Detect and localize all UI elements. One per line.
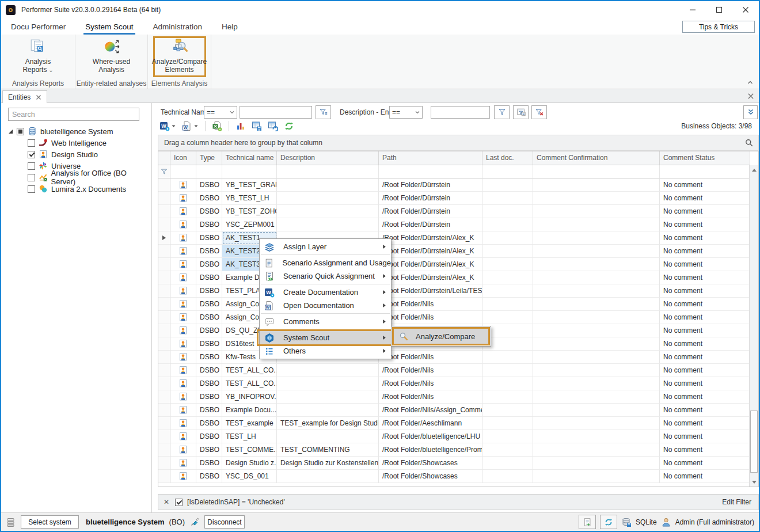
column-header-comment-status[interactable]: Comment Status [660, 151, 750, 165]
cell-description[interactable] [277, 470, 379, 483]
tab-entities[interactable]: Entities [2, 90, 47, 103]
cell-type[interactable]: DSBO [196, 311, 222, 324]
cell-comment-confirmation[interactable] [533, 271, 660, 284]
cell-last-doc[interactable] [482, 351, 533, 364]
cell-comment-status[interactable]: No comment [660, 390, 750, 404]
tree-checkbox-lumira-2-x-documents[interactable] [28, 185, 35, 193]
cell-path[interactable]: /Root Folder/Aeschlimann [379, 417, 482, 430]
cell-last-doc[interactable] [482, 470, 533, 483]
cell-path[interactable]: /Root Folder/Dürrstein/Alex_K [379, 271, 482, 284]
cell-technical-name[interactable]: YB_TEST_ZOHO [222, 205, 277, 218]
tab-close-icon[interactable] [36, 94, 41, 100]
cell-comment-confirmation[interactable] [533, 417, 660, 430]
cell-technical-name[interactable]: YB_TEST_LH [222, 192, 277, 205]
vertical-scrollbar[interactable] [749, 165, 758, 487]
cell-last-doc[interactable] [482, 298, 533, 311]
tree-item-web-intelligence[interactable]: Web Intelligence [1, 137, 150, 149]
tree-checkbox-universe[interactable] [28, 162, 35, 170]
row-indicator-cell[interactable] [158, 284, 170, 298]
cell-icon[interactable] [170, 457, 196, 470]
search-icon[interactable] [744, 138, 754, 147]
cell-path[interactable]: /Root Folder/Showcases [379, 470, 482, 483]
cell-path[interactable]: /Root Folder/Dürrstein/Alex_K [379, 258, 482, 271]
cell-icon[interactable] [170, 364, 196, 377]
cell-last-doc[interactable] [482, 271, 533, 284]
cell-path[interactable]: /Root Folder/Dürrstein/Leila/TEST ... [379, 284, 482, 298]
row-indicator-cell[interactable] [158, 443, 170, 457]
menu-tab-help[interactable]: Help [212, 18, 248, 35]
row-indicator-cell[interactable] [158, 430, 170, 443]
cell-description[interactable]: TEST_example for Design Studio [277, 417, 379, 430]
context-menu-item-others[interactable]: Others [260, 344, 391, 358]
cell-last-doc[interactable] [482, 390, 533, 404]
cell-last-doc[interactable] [482, 284, 533, 298]
cell-icon[interactable] [170, 218, 196, 231]
cell-technical-name[interactable]: YB_TEST_GRAPH [222, 178, 277, 192]
cell-comment-confirmation[interactable] [533, 218, 660, 231]
disconnect-button[interactable]: Disconnect [204, 515, 245, 529]
cell-type[interactable]: DSBO [196, 377, 222, 390]
context-menu-item-comments[interactable]: Comments [260, 315, 391, 328]
cell-technical-name[interactable]: YB_INFOPROV... [222, 390, 277, 404]
cell-path[interactable]: /Root Folder/Nils [379, 311, 482, 324]
cell-icon[interactable] [170, 245, 196, 258]
cell-comment-status[interactable]: No comment [660, 231, 750, 245]
row-indicator-cell[interactable] [158, 271, 170, 284]
row-indicator-cell[interactable] [158, 231, 170, 245]
filter-window-button[interactable] [513, 105, 529, 119]
cell-technical-name[interactable]: TEST_COMME... [222, 443, 277, 457]
cell-path[interactable]: /Root Folder/Nils [379, 390, 482, 404]
cell-last-doc[interactable] [482, 364, 533, 377]
tree-checkbox-bluetelligence-system[interactable] [17, 128, 24, 135]
tree-item-analysis-for-office-bo-server[interactable]: Analysis for Office (BO Server) [1, 172, 150, 183]
cell-comment-status[interactable]: No comment [660, 443, 750, 457]
cell-comment-status[interactable]: No comment [660, 298, 750, 311]
filter-cell[interactable] [379, 165, 482, 178]
cell-comment-confirmation[interactable] [533, 457, 660, 470]
menu-tab-administration[interactable]: Administration [143, 18, 212, 35]
cell-icon[interactable] [170, 311, 196, 324]
cell-technical-name[interactable]: TEST_ALL_CO... [222, 364, 277, 377]
cell-technical-name[interactable]: TEST_example [222, 417, 277, 430]
column-header-comment-confirmation[interactable]: Comment Confirmation [533, 151, 660, 165]
toolbar-word-create-button[interactable]: W [158, 120, 178, 132]
cell-comment-status[interactable]: No comment [660, 271, 750, 284]
cell-comment-confirmation[interactable] [533, 324, 660, 337]
cell-type[interactable]: DSBO [196, 178, 222, 192]
cell-technical-name[interactable]: Example Docu... [222, 404, 277, 417]
cell-comment-status[interactable]: No comment [660, 337, 750, 351]
cell-last-doc[interactable] [482, 231, 533, 245]
cell-description[interactable] [277, 404, 379, 417]
cell-last-doc[interactable] [482, 430, 533, 443]
cell-comment-confirmation[interactable] [533, 245, 660, 258]
cell-comment-status[interactable]: No comment [660, 470, 750, 483]
cell-technical-name[interactable]: TEST_LH [222, 430, 277, 443]
cell-last-doc[interactable] [482, 443, 533, 457]
cell-type[interactable]: DSBO [196, 390, 222, 404]
cell-icon[interactable] [170, 298, 196, 311]
cell-path[interactable]: /Root Folder/Showcases [379, 457, 482, 470]
toolbar-grid-refresh-button[interactable] [266, 120, 280, 132]
cell-last-doc[interactable] [482, 417, 533, 430]
cell-path[interactable]: /Root Folder/bluetelligence/LHU [379, 430, 482, 443]
cell-description[interactable] [277, 205, 379, 218]
cell-type[interactable]: DSBO [196, 271, 222, 284]
column-header-type[interactable]: Type [196, 151, 222, 165]
cell-icon[interactable] [170, 470, 196, 483]
minimize-button[interactable] [679, 1, 706, 18]
row-indicator-cell[interactable] [158, 205, 170, 218]
cell-type[interactable]: DSBO [196, 364, 222, 377]
toolbar-chart-button[interactable] [234, 120, 248, 132]
filter-enabled-checkbox[interactable] [175, 499, 183, 506]
cell-technical-name[interactable]: Design Studio z... [222, 457, 277, 470]
cell-type[interactable]: DSBO [196, 218, 222, 231]
cell-description[interactable] [277, 377, 379, 390]
cell-comment-status[interactable]: No comment [660, 351, 750, 364]
row-indicator-cell[interactable] [158, 390, 170, 404]
cell-path[interactable]: /Root Folder/Nils [379, 377, 482, 390]
cell-description[interactable] [277, 364, 379, 377]
tree-checkbox-design-studio[interactable] [28, 151, 35, 158]
cell-comment-status[interactable]: No comment [660, 178, 750, 192]
cell-type[interactable]: DSBO [196, 284, 222, 298]
cell-path[interactable]: /Root Folder/Nils [379, 298, 482, 311]
